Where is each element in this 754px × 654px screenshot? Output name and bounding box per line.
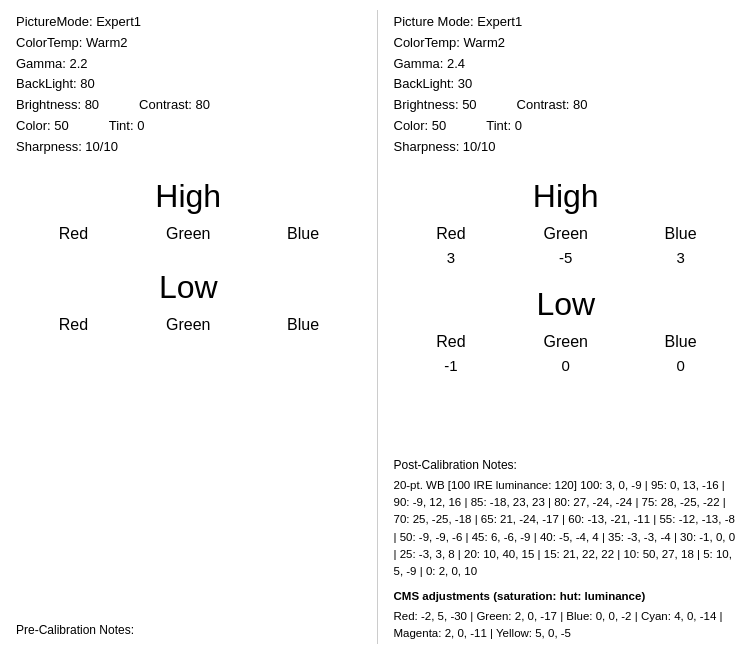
right-high-title: High <box>394 178 739 215</box>
right-brightness: Brightness: 50 <box>394 95 477 116</box>
left-low-blue-label: Blue <box>246 316 361 334</box>
right-brightness-row: Brightness: 50 Contrast: 80 <box>394 95 739 116</box>
right-backlight: BackLight: 30 <box>394 74 739 95</box>
right-color: Color: 50 <box>394 116 447 137</box>
left-brightness-row: Brightness: 80 Contrast: 80 <box>16 95 361 116</box>
right-high-red-value: 3 <box>394 249 509 266</box>
right-low-headers: Red Green Blue <box>394 333 739 351</box>
right-low-red-label: Red <box>394 333 509 351</box>
right-low-values: -1 0 0 <box>394 357 739 374</box>
right-tint: Tint: 0 <box>486 116 522 137</box>
right-high-headers: Red Green Blue <box>394 225 739 243</box>
right-notes: Post-Calibration Notes: 20-pt. WB [100 I… <box>394 456 739 642</box>
left-brightness: Brightness: 80 <box>16 95 99 116</box>
right-high-blue-value: 3 <box>623 249 738 266</box>
right-contrast: Contrast: 80 <box>517 95 588 116</box>
left-color-temp: ColorTemp: Warm2 <box>16 33 361 54</box>
left-high-red-label: Red <box>16 225 131 243</box>
right-picture-mode: Picture Mode: Expert1 <box>394 12 739 33</box>
right-panel: Picture Mode: Expert1 ColorTemp: Warm2 G… <box>378 0 755 654</box>
right-info: Picture Mode: Expert1 ColorTemp: Warm2 G… <box>394 12 739 158</box>
right-high-blue-label: Blue <box>623 225 738 243</box>
left-color: Color: 50 <box>16 116 69 137</box>
left-backlight: BackLight: 80 <box>16 74 361 95</box>
left-high-green-label: Green <box>131 225 246 243</box>
left-high-headers: Red Green Blue <box>16 225 361 243</box>
right-high-green-value: -5 <box>508 249 623 266</box>
left-gamma: Gamma: 2.2 <box>16 54 361 75</box>
left-panel: PictureMode: Expert1 ColorTemp: Warm2 Ga… <box>0 0 377 654</box>
right-low-green-label: Green <box>508 333 623 351</box>
left-notes-title: Pre-Calibration Notes: <box>16 621 361 639</box>
left-info: PictureMode: Expert1 ColorTemp: Warm2 Ga… <box>16 12 361 158</box>
right-cms-title: CMS adjustments (saturation: hut: lumina… <box>394 588 739 605</box>
right-gamma: Gamma: 2.4 <box>394 54 739 75</box>
left-low-headers: Red Green Blue <box>16 316 361 334</box>
left-low-title: Low <box>16 269 361 306</box>
left-picture-mode: PictureMode: Expert1 <box>16 12 361 33</box>
right-high-green-label: Green <box>508 225 623 243</box>
left-high-blue-label: Blue <box>246 225 361 243</box>
left-contrast: Contrast: 80 <box>139 95 210 116</box>
right-low-blue-label: Blue <box>623 333 738 351</box>
left-low-green-label: Green <box>131 316 246 334</box>
left-tint: Tint: 0 <box>109 116 145 137</box>
left-color-row: Color: 50 Tint: 0 <box>16 116 361 137</box>
right-low-blue-value: 0 <box>623 357 738 374</box>
right-low-green-value: 0 <box>508 357 623 374</box>
left-sharpness: Sharpness: 10/10 <box>16 137 361 158</box>
right-high-red-label: Red <box>394 225 509 243</box>
right-color-temp: ColorTemp: Warm2 <box>394 33 739 54</box>
right-high-values: 3 -5 3 <box>394 249 739 266</box>
right-cms-text: Red: -2, 5, -30 | Green: 2, 0, -17 | Blu… <box>394 608 739 643</box>
right-color-row: Color: 50 Tint: 0 <box>394 116 739 137</box>
right-low-title: Low <box>394 286 739 323</box>
left-notes: Pre-Calibration Notes: <box>16 621 361 642</box>
right-notes-text: 20-pt. WB [100 IRE luminance: 120] 100: … <box>394 477 739 581</box>
right-sharpness: Sharpness: 10/10 <box>394 137 739 158</box>
left-high-title: High <box>16 178 361 215</box>
left-low-red-label: Red <box>16 316 131 334</box>
right-low-red-value: -1 <box>394 357 509 374</box>
right-notes-title: Post-Calibration Notes: <box>394 456 739 474</box>
